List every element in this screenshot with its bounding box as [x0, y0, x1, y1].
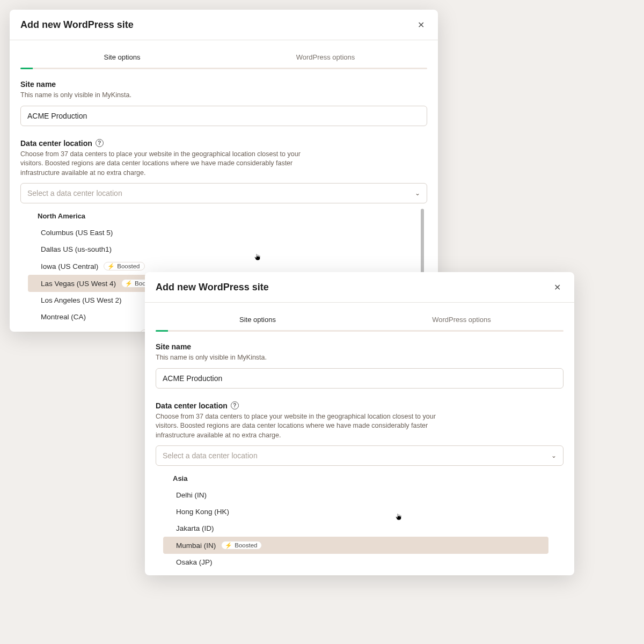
dropdown-option[interactable]: Jakarta (ID)	[161, 520, 551, 537]
dropdown-group-header: North America	[26, 206, 414, 224]
modal-header: Add new WordPress site ✕	[145, 272, 574, 303]
chevron-down-icon: ⌄	[415, 189, 420, 197]
dropdown-option-label: Osaka (JP)	[176, 558, 213, 566]
modal-title: Add new WordPress site	[156, 282, 269, 293]
site-name-desc: This name is only visible in MyKinsta.	[20, 91, 321, 100]
dropdown-option-label: Los Angeles (US West 2)	[41, 296, 122, 304]
add-site-modal: Add new WordPress site ✕ Site options Wo…	[145, 272, 574, 575]
datacenter-placeholder: Select a data center location	[163, 451, 258, 460]
dropdown-option[interactable]: Mumbai (IN)⚡Boosted	[163, 537, 548, 554]
dropdown-option-label: Las Vegas (US West 4)	[41, 280, 116, 288]
dropdown-option[interactable]: Osaka (JP)	[161, 554, 551, 570]
tabs: Site options WordPress options	[156, 311, 564, 330]
modal-title: Add new WordPress site	[20, 19, 134, 31]
datacenter-label-text: Data center location	[20, 139, 92, 148]
datacenter-label: Data center location ?	[156, 401, 564, 410]
boosted-badge-text: Boosted	[117, 263, 140, 269]
dropdown-option-label: Mumbai (IN)	[176, 541, 216, 550]
chevron-down-icon: ⌄	[551, 452, 557, 459]
site-name-label: Site name	[20, 80, 427, 89]
dropdown-option[interactable]: Columbus (US East 5)	[26, 224, 414, 241]
progress-fill	[20, 68, 33, 69]
dropdown-option[interactable]: Delhi (IN)	[161, 487, 551, 503]
modal-header: Add new WordPress site ✕	[10, 10, 438, 40]
tab-site-options[interactable]: Site options	[20, 49, 224, 68]
site-name-input[interactable]	[156, 368, 564, 389]
close-icon: ✕	[554, 282, 561, 292]
bolt-icon: ⚡	[225, 543, 232, 548]
tab-wordpress-options[interactable]: WordPress options	[224, 49, 427, 68]
datacenter-desc: Choose from 37 data centers to place you…	[156, 412, 456, 441]
site-name-label: Site name	[156, 342, 564, 351]
tab-site-options[interactable]: Site options	[156, 311, 360, 330]
help-icon[interactable]: ?	[96, 139, 104, 147]
dropdown-option-label: Jakarta (ID)	[176, 524, 214, 532]
progress-track	[20, 68, 427, 69]
dropdown-option-label: Iowa (US Central)	[41, 262, 98, 270]
dropdown-option[interactable]: Seoul (KR)	[161, 570, 551, 575]
dropdown-option-label: Northern Virginia (US East 4)	[41, 330, 135, 332]
dropdown-option-label: Delhi (IN)	[176, 491, 207, 499]
datacenter-select[interactable]: Select a data center location ⌄	[20, 183, 427, 203]
dropdown-option-label: Montreal (CA)	[41, 313, 86, 321]
close-button[interactable]: ✕	[551, 281, 564, 294]
boosted-badge-text: Boosted	[235, 542, 257, 548]
bolt-icon: ⚡	[107, 264, 115, 269]
progress-track	[156, 330, 564, 332]
help-icon[interactable]: ?	[231, 401, 239, 409]
site-name-input[interactable]	[20, 106, 427, 126]
boosted-badge: ⚡Boosted	[221, 541, 262, 550]
dropdown-option[interactable]: Dallas US (us-south1)	[26, 241, 414, 258]
bolt-icon: ⚡	[125, 281, 133, 287]
datacenter-placeholder: Select a data center location	[27, 189, 122, 197]
close-button[interactable]: ✕	[414, 18, 427, 31]
dropdown-group-header: Asia	[161, 468, 551, 487]
dropdown-option[interactable]: Hong Kong (HK)	[161, 503, 551, 520]
dropdown-option-label: Columbus (US East 5)	[41, 229, 113, 237]
dropdown-option-label: Hong Kong (HK)	[176, 508, 229, 516]
boosted-badge: ⚡Boosted	[104, 262, 144, 270]
datacenter-label-text: Data center location	[156, 401, 228, 410]
datacenter-label: Data center location ?	[20, 139, 427, 148]
site-name-desc: This name is only visible in MyKinsta.	[156, 353, 456, 363]
tabs: Site options WordPress options	[20, 49, 427, 68]
tab-wordpress-options[interactable]: WordPress options	[360, 311, 564, 330]
dropdown-option-label: Dallas US (us-south1)	[41, 245, 112, 253]
close-icon: ✕	[418, 20, 425, 30]
datacenter-dropdown: Asia Delhi (IN)Hong Kong (HK)Jakarta (ID…	[161, 468, 564, 575]
datacenter-select[interactable]: Select a data center location ⌄	[156, 445, 564, 466]
progress-fill	[156, 330, 168, 332]
datacenter-desc: Choose from 37 data centers to place you…	[20, 150, 321, 178]
dropdown-option-label: Seoul (KR)	[176, 575, 211, 575]
